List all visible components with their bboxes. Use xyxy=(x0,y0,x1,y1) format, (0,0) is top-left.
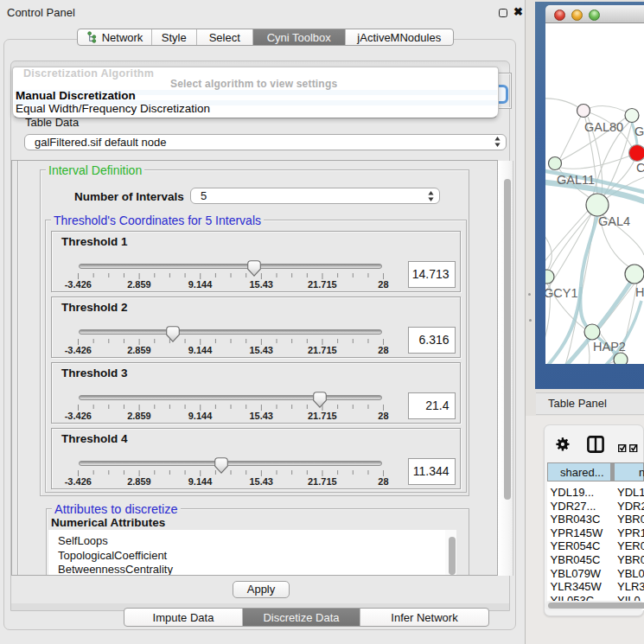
svg-text:HAP2: HAP2 xyxy=(593,340,626,354)
svg-text:C: C xyxy=(636,161,644,175)
svg-text:GAL4: GAL4 xyxy=(598,214,630,228)
svg-text:G: G xyxy=(634,124,644,138)
svg-text:GCY1: GCY1 xyxy=(545,286,578,300)
svg-text:H: H xyxy=(635,285,644,299)
svg-text:GAL11: GAL11 xyxy=(557,173,595,187)
svg-text:GAL80: GAL80 xyxy=(584,120,623,134)
